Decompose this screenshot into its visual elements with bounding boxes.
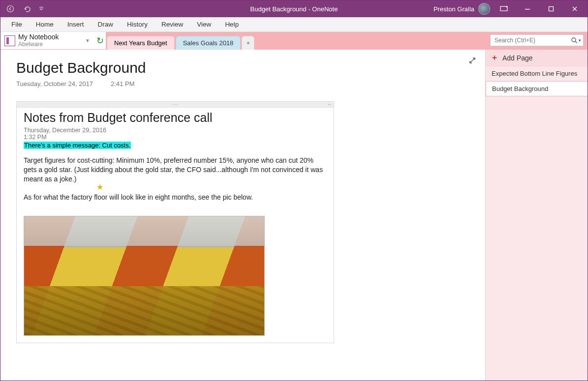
back-button[interactable] [4, 3, 16, 15]
add-page-button[interactable]: ＋ Add Page [486, 50, 588, 66]
page-time: 2:41 PM [111, 80, 134, 88]
qat-customize-button[interactable] [38, 3, 45, 15]
tab-next-years-budget[interactable]: Next Years Budget [107, 36, 175, 50]
menu-review[interactable]: Review [155, 18, 190, 31]
notebook-icon [4, 35, 15, 46]
resize-handle-icon[interactable]: ↔ [327, 102, 332, 107]
note-date: Thursday, December 29, 2016 [24, 127, 327, 134]
note-time: 1:32 PM [24, 134, 327, 141]
menu-history[interactable]: History [120, 18, 155, 31]
note-title[interactable]: Notes from Budget conference call [24, 111, 327, 125]
search-placeholder: Search (Ctrl+E) [495, 37, 535, 44]
section-tabs: Next Years Budget Sales Goals 2018 + [106, 32, 255, 50]
main-area: Budget Background Tuesday, October 24, 2… [0, 50, 588, 381]
note-paragraph-2-text: As for what the factory floor will look … [24, 193, 253, 201]
note-container[interactable]: ···· ↔ Notes from Budget conference call… [16, 101, 334, 343]
maximize-button[interactable] [541, 0, 561, 17]
search-box[interactable]: Search (Ctrl+E) ▾ [490, 34, 584, 46]
sync-status-icon[interactable]: ↻ [94, 32, 106, 50]
window-title: Budget Background - OneNote [250, 5, 338, 13]
embedded-image[interactable] [24, 216, 265, 336]
page-canvas[interactable]: Budget Background Tuesday, October 24, 2… [0, 50, 485, 381]
notebook-selector[interactable]: My Notebook Abelware ▼ [0, 32, 94, 50]
notebook-section: Abelware [18, 41, 59, 48]
add-page-label: Add Page [502, 54, 533, 62]
full-page-view-button[interactable] [468, 57, 476, 64]
menu-bar: File Home Insert Draw History Review Vie… [0, 17, 588, 32]
undo-button[interactable] [21, 3, 33, 15]
menu-home[interactable]: Home [29, 18, 61, 31]
note-paragraph-2[interactable]: ★ As for what the factory floor will loo… [24, 193, 327, 202]
minimize-button[interactable] [518, 0, 537, 17]
add-section-button[interactable]: + [242, 36, 254, 50]
page-title[interactable]: Budget Background [16, 59, 469, 76]
page-list-pane: ＋ Add Page Expected Bottom Line Figures … [485, 50, 588, 381]
search-scope-dropdown[interactable]: ▾ [579, 38, 581, 43]
page-item-budget-background[interactable]: Budget Background [486, 81, 588, 96]
menu-file[interactable]: File [4, 18, 29, 31]
menu-help[interactable]: Help [218, 18, 246, 31]
chevron-down-icon: ▼ [85, 38, 90, 43]
star-tag-icon[interactable]: ★ [96, 182, 103, 193]
title-bar: Budget Background - OneNote Preston Gral… [0, 0, 588, 17]
notebook-title: My Notebook [18, 33, 59, 41]
highlighted-text[interactable]: There's a simple message: Cut costs. [24, 142, 131, 149]
menu-draw[interactable]: Draw [91, 18, 121, 31]
close-button[interactable] [565, 0, 585, 17]
svg-point-0 [7, 6, 14, 12]
svg-point-5 [572, 38, 576, 42]
note-paragraph-1[interactable]: Target figures for cost-cutting: Minimum… [24, 156, 327, 184]
svg-rect-3 [525, 9, 530, 9]
tab-sales-goals-2018[interactable]: Sales Goals 2018 [176, 36, 241, 50]
svg-rect-1 [39, 7, 43, 7]
ribbon-display-button[interactable] [494, 0, 514, 17]
menu-insert[interactable]: Insert [61, 18, 91, 31]
search-icon[interactable] [571, 37, 578, 44]
avatar[interactable] [478, 3, 490, 15]
page-item-expected-bottom-line[interactable]: Expected Bottom Line Figures [486, 66, 588, 81]
user-name[interactable]: Preston Gralla [433, 5, 474, 13]
svg-rect-4 [549, 7, 554, 11]
menu-view[interactable]: View [190, 18, 218, 31]
section-tab-bar: My Notebook Abelware ▼ ↻ Next Years Budg… [0, 32, 588, 50]
plus-icon: ＋ [491, 53, 498, 63]
note-container-header[interactable]: ···· ↔ [17, 102, 334, 108]
page-date: Tuesday, October 24, 2017 [16, 80, 93, 88]
